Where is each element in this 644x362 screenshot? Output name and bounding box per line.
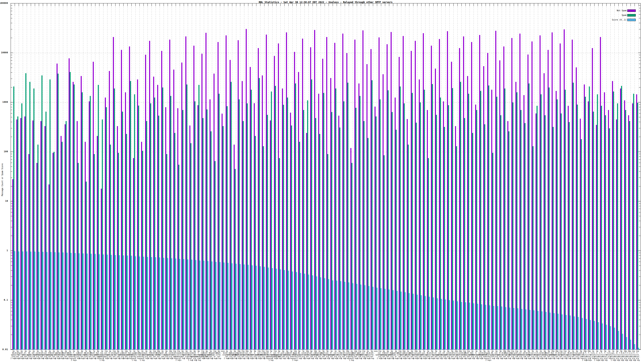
y-minor-tick-right — [639, 137, 640, 137]
score-bar — [437, 298, 438, 350]
top-tick — [244, 3, 244, 6]
y-minor-tick-left — [11, 29, 12, 29]
score-bar — [30, 252, 32, 350]
score-bar — [626, 337, 627, 350]
top-tick — [115, 3, 116, 6]
top-tick — [458, 3, 458, 6]
grid-vline — [518, 3, 518, 349]
top-tick — [83, 3, 83, 6]
score-bar — [630, 340, 631, 350]
top-tick — [349, 3, 349, 6]
y-minor-tick-right — [639, 236, 640, 236]
spam-bar — [585, 97, 586, 350]
score-bar — [433, 298, 434, 350]
y-minor-tick-right — [639, 87, 640, 87]
y-major-tick-right — [638, 300, 641, 300]
score-bar — [248, 265, 249, 350]
score-bar — [143, 257, 144, 350]
top-tick — [441, 3, 442, 6]
x-tick-label: 11@Y.list.dnswl.org1 hop — [633, 350, 642, 361]
y-major-tick-right — [638, 201, 641, 201]
y-minor-tick-right — [639, 186, 640, 186]
x-tick-label-line: list. — [633, 354, 642, 356]
y-minor-tick-left — [11, 79, 12, 79]
grid-vline — [462, 3, 462, 349]
y-minor-tick-right — [639, 55, 640, 55]
score-bar — [34, 252, 36, 350]
y-tick-label-text: 10000 — [1, 51, 8, 54]
score-bar — [312, 275, 313, 350]
score-bar — [372, 287, 374, 350]
top-tick — [19, 3, 19, 6]
y-minor-tick-left — [11, 64, 12, 64]
top-tick — [228, 3, 228, 6]
plot-area — [11, 3, 640, 350]
top-tick — [79, 3, 79, 6]
score-bar — [501, 307, 502, 350]
x-tick-label-line: 2 hops — [291, 360, 300, 361]
score-bar — [405, 292, 406, 350]
top-tick — [437, 3, 438, 6]
legend-swatch-spam — [627, 14, 636, 16]
top-tick — [550, 3, 550, 6]
score-bar — [155, 257, 156, 350]
x-tick-label-line: org — [633, 358, 642, 360]
score-bar — [473, 303, 474, 350]
grid-vline — [590, 3, 590, 349]
grid-vline — [618, 3, 619, 349]
score-bar — [240, 264, 241, 350]
y-minor-tick-left — [11, 178, 12, 178]
y-major-tick-left — [10, 102, 13, 102]
score-bar — [429, 297, 430, 350]
top-tick — [554, 3, 554, 6]
grid-vline — [478, 3, 478, 349]
score-bar — [179, 259, 180, 350]
grid-vline — [566, 3, 566, 349]
score-bar — [175, 258, 176, 350]
top-tick — [498, 3, 498, 6]
spam-bar — [593, 112, 594, 350]
score-bar — [200, 260, 200, 350]
y-tick-label-text: 0.1 — [4, 299, 8, 301]
score-bar — [368, 286, 370, 350]
y-minor-tick-right — [639, 154, 640, 154]
x-tick-label-line: 1 hop — [367, 358, 376, 360]
score-bar — [111, 255, 112, 350]
y-minor-tick-right — [639, 38, 640, 38]
grid-vline — [558, 3, 558, 349]
y-minor-tick-right — [639, 113, 640, 113]
top-tick — [594, 3, 594, 6]
score-bar — [505, 307, 506, 350]
spam-bar — [605, 115, 606, 350]
score-bar — [590, 320, 591, 350]
top-tick — [502, 3, 502, 6]
y-minor-tick-right — [639, 11, 640, 11]
x-tick-label-line: sorbs. — [214, 354, 223, 356]
top-tick — [63, 3, 63, 6]
score-bar — [236, 264, 237, 350]
top-tick — [562, 3, 562, 6]
y-minor-tick-left — [11, 156, 12, 157]
y-minor-tick-right — [639, 122, 640, 122]
x-tick-label-line: 1 hop — [347, 360, 356, 361]
top-tick — [337, 3, 337, 6]
score-bar — [232, 263, 233, 350]
top-tick — [421, 3, 422, 6]
score-bar — [586, 319, 587, 350]
score-bar — [328, 279, 329, 350]
grid-vline — [630, 3, 631, 349]
y-minor-tick-left — [11, 128, 12, 128]
score-bar — [469, 303, 470, 350]
score-bar — [538, 311, 538, 350]
top-tick — [35, 3, 35, 6]
score-bar — [397, 291, 398, 350]
score-bar — [417, 295, 418, 350]
score-bar — [300, 273, 301, 350]
top-tick — [401, 3, 401, 6]
top-tick — [510, 3, 510, 6]
y-minor-tick-right — [639, 203, 640, 204]
score-bar — [352, 283, 354, 350]
x-tick-label-line: 2 hops — [484, 360, 493, 361]
y-minor-tick-left — [11, 227, 12, 227]
score-bar — [384, 289, 386, 350]
